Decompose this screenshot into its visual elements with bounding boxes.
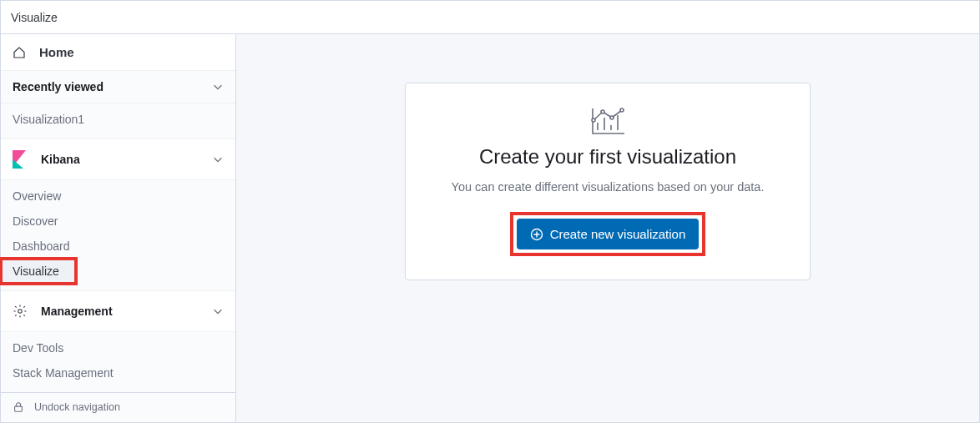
svg-rect-1 bbox=[15, 406, 23, 411]
recently-viewed-list: Visualization1 bbox=[1, 103, 235, 138]
section-recently-viewed[interactable]: Recently viewed bbox=[1, 71, 235, 103]
breadcrumb[interactable]: Visualize bbox=[11, 11, 58, 24]
gear-icon bbox=[13, 304, 33, 319]
recently-viewed-item[interactable]: Visualization1 bbox=[1, 107, 235, 132]
chevron-down-icon bbox=[212, 154, 224, 165]
chevron-down-icon bbox=[212, 81, 224, 93]
chevron-down-icon bbox=[212, 305, 224, 317]
page-title: Create your first visualization bbox=[426, 145, 790, 169]
sidebar-item-discover[interactable]: Discover bbox=[1, 209, 235, 234]
cta-highlight: Create new visualization bbox=[510, 212, 706, 256]
page-subtitle: You can create different visualizations … bbox=[426, 180, 790, 194]
empty-state-card: Create your first visualization You can … bbox=[405, 83, 811, 280]
svg-point-5 bbox=[620, 108, 624, 112]
nav-home[interactable]: Home bbox=[1, 34, 235, 71]
lock-icon bbox=[13, 401, 29, 413]
management-label: Management bbox=[41, 305, 113, 318]
management-list: Dev Tools Stack Management bbox=[1, 332, 235, 392]
main-content: Create your first visualization You can … bbox=[236, 34, 979, 422]
sidebar-item-overview[interactable]: Overview bbox=[1, 184, 235, 209]
cta-label: Create new visualization bbox=[550, 227, 686, 241]
visualization-icon bbox=[589, 105, 627, 137]
svg-point-3 bbox=[601, 110, 604, 113]
recently-viewed-label: Recently viewed bbox=[13, 80, 104, 93]
sidebar: Home Recently viewed Visualization1 Kiba… bbox=[1, 34, 236, 422]
sidebar-item-stack-management[interactable]: Stack Management bbox=[1, 360, 235, 385]
breadcrumb-bar: Visualize bbox=[1, 1, 979, 34]
svg-point-4 bbox=[610, 116, 614, 119]
kibana-logo-icon bbox=[13, 150, 33, 169]
undock-label: Undock navigation bbox=[34, 401, 120, 413]
sidebar-item-devtools[interactable]: Dev Tools bbox=[1, 335, 235, 360]
create-visualization-button[interactable]: Create new visualization bbox=[517, 219, 700, 249]
sidebar-item-visualize[interactable]: Visualize bbox=[1, 259, 76, 284]
sidebar-item-dashboard[interactable]: Dashboard bbox=[1, 234, 235, 259]
kibana-list: Overview Discover Dashboard Visualize bbox=[1, 180, 235, 290]
home-icon bbox=[13, 46, 33, 59]
svg-point-0 bbox=[18, 309, 23, 313]
undock-navigation[interactable]: Undock navigation bbox=[1, 392, 235, 423]
section-management[interactable]: Management bbox=[1, 290, 235, 332]
kibana-label: Kibana bbox=[41, 153, 80, 166]
section-kibana[interactable]: Kibana bbox=[1, 138, 235, 180]
nav-home-label: Home bbox=[39, 45, 74, 59]
svg-point-2 bbox=[592, 118, 595, 122]
plus-circle-icon bbox=[530, 228, 543, 241]
